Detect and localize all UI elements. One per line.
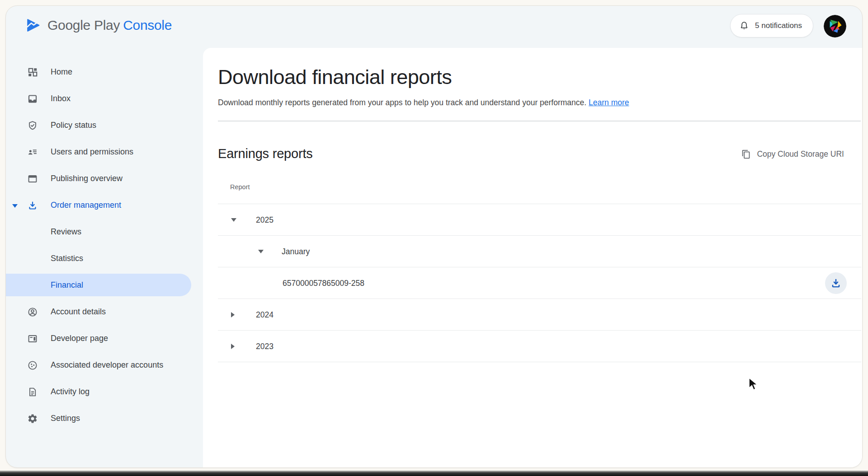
account-avatar[interactable]	[824, 15, 846, 37]
sidebar-item-label: Inbox	[51, 94, 71, 103]
sidebar-item-label: Statistics	[51, 254, 83, 263]
copy-cloud-storage-uri-button[interactable]: Copy Cloud Storage URI	[741, 146, 844, 162]
chevron-right-icon[interactable]	[231, 312, 235, 317]
associated-accounts-icon	[27, 360, 38, 371]
earnings-reports-table: 2025 January 657000057865009-258	[218, 204, 861, 362]
report-row-january[interactable]: January	[218, 236, 861, 267]
sidebar-item-label: Publishing overview	[51, 174, 123, 183]
notifications-button[interactable]: 5 notifications	[730, 14, 813, 37]
developer-avatar-logo	[824, 15, 846, 37]
sidebar-item-label: Financial	[51, 280, 83, 290]
sidebar-item-label: Order management	[51, 201, 121, 210]
sidebar-item-statistics[interactable]: Statistics	[6, 245, 203, 272]
sidebar-item-developer-page[interactable]: Developer page	[6, 325, 203, 352]
sidebar-item-publishing-overview[interactable]: Publishing overview	[6, 165, 203, 192]
sidebar-item-home[interactable]: Home	[6, 59, 203, 85]
users-icon	[27, 147, 38, 158]
gear-icon	[27, 413, 38, 424]
sidebar-item-label: Policy status	[51, 121, 96, 130]
report-column-header: Report	[230, 183, 250, 191]
report-row-label: 2023	[256, 341, 274, 351]
sidebar-item-associated-developer-accounts[interactable]: Associated developer accounts	[6, 352, 203, 378]
learn-more-link[interactable]: Learn more	[589, 98, 629, 107]
chevron-down-icon[interactable]	[12, 204, 18, 208]
sidebar-item-label: Settings	[51, 414, 80, 423]
publishing-card-icon	[27, 173, 38, 184]
sidebar: Home Inbox Policy stat	[6, 48, 203, 432]
sidebar-item-settings[interactable]: Settings	[6, 405, 203, 432]
page-title: Download financial reports	[218, 64, 452, 90]
copy-button-label: Copy Cloud Storage URI	[757, 149, 844, 159]
shield-check-icon	[27, 120, 38, 131]
screen: Google PlayConsole 5 notifications	[0, 0, 868, 476]
sidebar-item-order-management[interactable]: Order management	[6, 192, 203, 219]
screen-bottom-edge	[0, 471, 868, 476]
sidebar-item-label: Users and permissions	[51, 147, 133, 157]
report-row-label: 2025	[256, 215, 274, 224]
sidebar-item-financial[interactable]: Financial	[6, 274, 191, 296]
earnings-reports-title: Earnings reports	[218, 145, 313, 162]
google-play-console-logo[interactable]: Google PlayConsole	[26, 18, 172, 33]
inbox-icon	[27, 93, 38, 104]
sidebar-item-label: Associated developer accounts	[51, 360, 163, 370]
sidebar-item-label: Reviews	[51, 227, 81, 237]
page-description: Download monthly reports generated from …	[218, 97, 629, 109]
main-content: Download financial reports Download mont…	[203, 48, 862, 467]
sidebar-item-account-details[interactable]: Account details	[6, 299, 203, 325]
sidebar-item-label: Activity log	[51, 387, 90, 397]
home-icon	[27, 67, 38, 78]
chevron-right-icon[interactable]	[231, 344, 235, 349]
play-logo-icon	[26, 18, 41, 33]
logo-text: Google PlayConsole	[47, 18, 172, 33]
report-row-2023[interactable]: 2023	[218, 331, 861, 362]
report-file-name: 657000057865009-258	[283, 278, 364, 288]
sidebar-item-policy-status[interactable]: Policy status	[6, 112, 203, 139]
download-icon	[830, 277, 842, 289]
app-window: Google PlayConsole 5 notifications	[5, 5, 863, 468]
report-row-file[interactable]: 657000057865009-258	[218, 267, 861, 299]
chevron-down-icon[interactable]	[258, 250, 264, 253]
report-row-label: 2024	[256, 310, 274, 319]
developer-page-icon	[27, 333, 38, 344]
report-row-2024[interactable]: 2024	[218, 299, 861, 331]
account-circle-icon	[27, 307, 38, 317]
chevron-down-icon[interactable]	[231, 218, 236, 222]
sidebar-item-label: Developer page	[51, 334, 108, 343]
sidebar-item-label: Account details	[51, 307, 106, 317]
sidebar-item-reviews[interactable]: Reviews	[6, 219, 203, 245]
bell-icon	[739, 20, 750, 31]
sidebar-item-users-and-permissions[interactable]: Users and permissions	[6, 139, 203, 165]
copy-icon	[741, 149, 751, 159]
notifications-label: 5 notifications	[755, 21, 802, 30]
header-divider	[218, 121, 861, 121]
sidebar-item-label: Home	[51, 67, 72, 77]
document-icon	[27, 387, 38, 397]
page-description-text: Download monthly reports generated from …	[218, 98, 586, 107]
report-row-2025[interactable]: 2025	[218, 204, 861, 236]
download-report-button[interactable]	[825, 272, 847, 294]
sidebar-item-activity-log[interactable]: Activity log	[6, 378, 203, 405]
download-icon	[27, 200, 38, 211]
report-row-label: January	[282, 247, 310, 256]
sidebar-item-inbox[interactable]: Inbox	[6, 85, 203, 112]
